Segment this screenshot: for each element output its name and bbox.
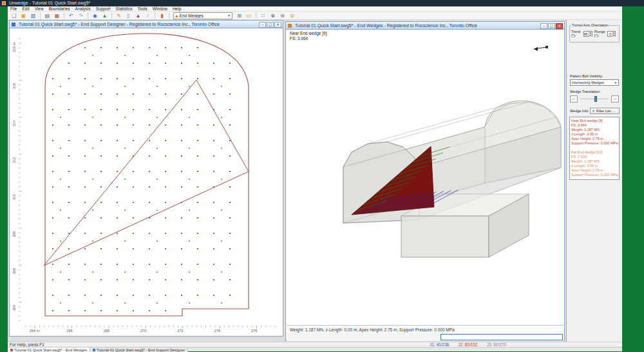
wedge-info-line: Weight: 1.187 MN [571, 128, 618, 132]
x-axis-tick-label: 264 m [30, 329, 39, 333]
view-selector-combo[interactable]: ◆ End Wedges ▼ [173, 12, 232, 19]
pattern-bolt-visibility-select[interactable]: Intersecting Wedges ▼ [570, 79, 619, 86]
toolbar-separator [169, 12, 169, 19]
tab-label: Tutorial 01 Quick Start.swg5* - End Supp… [97, 348, 185, 352]
wedge-info-line: Apex Height: 2.75 m [571, 168, 618, 173]
wedge-3d-view[interactable]: Near End wedge [9] FS: 3.964 [287, 30, 564, 325]
zoom-selection-icon[interactable]: ⊙ [288, 12, 296, 19]
window-titlebar[interactable]: Tutorial 01 Quick Start.swg5* - End Wedg… [286, 22, 564, 30]
wedge-view-icon: ◆ [175, 14, 178, 18]
menu-boundaries[interactable]: Boundaries [46, 6, 73, 11]
trend-spinner[interactable]: 45 ▲▼ [583, 31, 592, 37]
menu-tools[interactable]: Tools [135, 6, 150, 11]
edit-icon[interactable]: ✎ [115, 12, 123, 19]
wedge-translation-control: ← → [570, 95, 619, 103]
menu-help[interactable]: Help [170, 6, 184, 11]
window-titlebar[interactable]: Tutorial 01 Quick Start.swg5* - End Supp… [10, 21, 283, 28]
wedge-overlay-info: Near End wedge [9] FS: 3.964 [290, 31, 327, 41]
print-icon[interactable]: ▤ [43, 12, 52, 19]
app-icon [2, 1, 6, 5]
y-axis-tick-label: 314 [12, 121, 16, 126]
tunnel-axis-arrow [534, 46, 548, 51]
menu-analysis[interactable]: Analysis [73, 6, 93, 11]
save-icon[interactable]: ▥ [29, 12, 37, 19]
wedge-info-line: FS: 7.916 [571, 155, 618, 159]
spinner-arrows[interactable]: ▲▼ [612, 32, 615, 36]
wedge-info-line: Far End wedge [10] [571, 150, 618, 155]
tab-label: Tutorial 01 Quick Start.swg5* - End Wedg… [14, 348, 87, 352]
minimize-button[interactable]: – [540, 23, 547, 29]
y-axis-tick-label: 308 [12, 231, 16, 237]
menubar: FileEditViewBoundariesAnalysisSupportSta… [8, 6, 622, 12]
open-file-icon[interactable]: ▣ [19, 12, 28, 19]
tab-document-icon [93, 349, 95, 351]
menu-view[interactable]: View [32, 6, 46, 11]
toolbar-separator [40, 12, 41, 19]
trend-value: 45 [584, 32, 589, 36]
app-title: Unwedge - Tutorial 01 Quick Start.swg5* [9, 1, 90, 5]
toolbar-separator [111, 12, 112, 19]
x-axis-tick-label: 274 [214, 329, 220, 333]
restore-button[interactable]: ▢ [548, 23, 555, 29]
undo-icon[interactable]: ↶ [67, 12, 75, 19]
window-tab[interactable]: Tutorial 01 Quick Start.swg5* - End Supp… [90, 347, 188, 352]
menu-window[interactable]: Window [150, 6, 170, 11]
filter-funnel-icon: ▼ [592, 109, 595, 113]
new-file-icon[interactable]: ❏ [10, 12, 18, 19]
wedge-info-line: z-Length: 0.00 m [571, 132, 618, 137]
zoom-out-icon[interactable]: ⊖ [278, 12, 287, 19]
wedge-triangle-outline [44, 80, 249, 266]
wedge-info-listbox[interactable]: Near End wedge [9]FS: 3.964Weight: 1.187… [569, 117, 620, 180]
wedge-info-line: Apex Height: 2.75 m [571, 137, 618, 141]
overlay-wedge-name: Near End wedge [9] [290, 31, 327, 36]
tile-view-icon[interactable]: ⊞ [235, 12, 243, 19]
data-icon[interactable]: ≡ [144, 12, 152, 19]
menu-file[interactable]: File [8, 6, 19, 11]
wedge-info-line: Support Pressure: 0.000 MPa [571, 173, 618, 177]
plunge-label: Plunge (°): [594, 30, 607, 37]
y-axis-tick-label: 312 [12, 157, 16, 163]
wedge-info-line: Support Pressure: 0.000 MPa [571, 141, 618, 146]
zoom-in-icon[interactable]: ⊕ [269, 12, 277, 19]
wedge-info-spacer [571, 146, 618, 150]
filter-list-button[interactable]: ▼ Filter List ... [590, 108, 620, 114]
spinner-arrows[interactable]: ▲▼ [589, 32, 592, 36]
notes-icon[interactable]: ▯ [124, 12, 133, 19]
plot-icon[interactable]: ▲ [100, 12, 109, 19]
window-tab[interactable]: Tutorial 01 Quick Start.swg5* - End Wedg… [8, 347, 90, 352]
view-selector-value: End Wedges [180, 14, 227, 18]
toolbar-separator [88, 12, 88, 19]
bench-front [401, 216, 489, 257]
menu-edit[interactable]: Edit [19, 6, 32, 11]
plunge-spinner[interactable]: 0 ▲▼ [607, 31, 616, 37]
slider-thumb[interactable] [594, 96, 597, 102]
report-icon[interactable]: ▦ [53, 12, 61, 19]
analysis-warning-icon[interactable]: ▲ [134, 12, 142, 19]
window-end-wedges: Tutorial 01 Quick Start.swg5* - End Wedg… [285, 21, 565, 341]
close-button[interactable]: ✕ [274, 22, 281, 28]
open-view-icon[interactable]: ▭ [245, 12, 253, 19]
tunnel-cross-section-outline [45, 34, 249, 316]
restore-button[interactable]: ▢ [267, 22, 274, 28]
column-icon[interactable]: ▮ [158, 12, 166, 19]
menu-support[interactable]: Support [93, 6, 113, 11]
y-axis-tick-label: 316 [12, 83, 16, 89]
translate-back-button[interactable]: ← [570, 95, 578, 103]
redo-icon[interactable]: ↷ [77, 12, 85, 19]
overlay-wedge-fs: FS: 3.964 [290, 36, 327, 41]
support-designer-canvas[interactable]: 264 m266268270272274276278 318 m31631431… [10, 28, 282, 336]
x-axis-tick-label: 276 [251, 329, 257, 333]
command-input[interactable] [440, 334, 563, 340]
translate-forward-button[interactable]: → [611, 95, 619, 103]
menu-statistics[interactable]: Statistics [113, 6, 135, 11]
minimize-button[interactable]: – [259, 22, 266, 28]
zoom-extents-icon[interactable]: ∷ [259, 12, 267, 19]
window-title: Tutorial 01 Quick Start.swg5* - End Supp… [19, 22, 220, 26]
sidebar-panel: Tunnel Axis Orientation Trend (°): 45 ▲▼… [566, 20, 622, 342]
window-title: Tutorial 01 Quick Start.swg5* - End Wedg… [295, 23, 477, 28]
close-button[interactable]: ✕ [556, 23, 563, 29]
support-icon[interactable]: ◉ [91, 12, 99, 19]
x-axis-tick-label: 268 [104, 329, 109, 333]
translation-slider[interactable] [580, 99, 609, 100]
bolt-pattern-dots [52, 47, 231, 311]
